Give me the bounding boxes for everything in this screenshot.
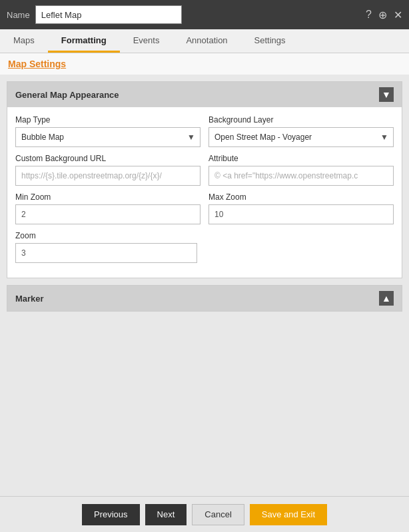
header-icons: ? ⊕ ✕ (366, 9, 402, 21)
map-type-select-wrapper: Bubble Map Choropleth Map Point Map ▼ (15, 127, 201, 147)
header: Name ? ⊕ ✕ (0, 0, 409, 29)
tab-formatting[interactable]: Formatting (48, 29, 120, 53)
general-map-appearance-panel: General Map Appearance ▼ Map Type Bubble… (7, 81, 402, 278)
attribute-input[interactable] (208, 166, 394, 186)
title-input[interactable] (35, 5, 182, 24)
background-layer-select-wrapper: Open Street Map - Voyager Open Street Ma… (208, 127, 394, 147)
min-zoom-label: Min Zoom (15, 192, 201, 202)
background-layer-group: Background Layer Open Street Map - Voyag… (208, 115, 394, 147)
max-zoom-group: Max Zoom (208, 192, 394, 224)
min-zoom-group: Min Zoom (15, 192, 201, 224)
zoom-row: Zoom (15, 231, 394, 263)
zoom-label: Zoom (15, 231, 197, 240)
min-zoom-input[interactable] (15, 204, 201, 224)
previous-button[interactable]: Previous (82, 504, 140, 525)
general-map-appearance-header: General Map Appearance ▼ (7, 82, 402, 107)
name-label: Name (7, 10, 30, 20)
custom-bg-url-group: Custom Background URL (15, 154, 201, 186)
tab-maps[interactable]: Maps (0, 29, 48, 53)
custom-bg-url-input[interactable] (15, 166, 201, 186)
general-map-appearance-title: General Map Appearance (15, 90, 119, 100)
tab-events[interactable]: Events (120, 29, 173, 53)
zoom-input[interactable] (15, 243, 197, 263)
background-layer-label: Background Layer (208, 115, 394, 125)
help-icon[interactable]: ? (366, 9, 372, 21)
tab-annotation[interactable]: Annotation (173, 29, 240, 53)
custom-bg-attr-row: Custom Background URL Attribute (15, 154, 394, 186)
max-zoom-label: Max Zoom (208, 192, 394, 202)
move-icon[interactable]: ⊕ (378, 9, 387, 21)
tab-settings[interactable]: Settings (241, 29, 299, 53)
next-button[interactable]: Next (145, 504, 187, 525)
map-type-group: Map Type Bubble Map Choropleth Map Point… (15, 115, 201, 147)
marker-panel: Marker ▲ (7, 285, 402, 312)
map-type-bg-row: Map Type Bubble Map Choropleth Map Point… (15, 115, 394, 147)
general-map-appearance-toggle[interactable]: ▼ (379, 87, 394, 102)
close-icon[interactable]: ✕ (394, 9, 402, 21)
map-type-label: Map Type (15, 115, 201, 125)
marker-header: Marker ▲ (7, 286, 402, 311)
general-map-appearance-body: Map Type Bubble Map Choropleth Map Point… (7, 107, 402, 278)
footer: Previous Next Cancel Save and Exit (0, 496, 409, 532)
attribute-label: Attribute (208, 154, 394, 163)
map-type-select[interactable]: Bubble Map Choropleth Map Point Map (15, 127, 201, 147)
zoom-group: Zoom (15, 231, 197, 263)
marker-toggle[interactable]: ▲ (379, 291, 394, 306)
zoom-range-row: Min Zoom Max Zoom (15, 192, 394, 224)
background-layer-select[interactable]: Open Street Map - Voyager Open Street Ma… (208, 127, 394, 147)
marker-title: Marker (15, 294, 44, 304)
max-zoom-input[interactable] (208, 204, 394, 224)
main-content: General Map Appearance ▼ Map Type Bubble… (0, 75, 409, 496)
map-settings-bar: Map Settings (0, 53, 409, 75)
map-settings-title: Map Settings (8, 59, 66, 69)
tab-bar: Maps Formatting Events Annotation Settin… (0, 29, 409, 53)
cancel-button[interactable]: Cancel (192, 504, 244, 525)
attribute-group: Attribute (208, 154, 394, 186)
save-exit-button[interactable]: Save and Exit (250, 504, 327, 525)
custom-bg-url-label: Custom Background URL (15, 154, 201, 163)
